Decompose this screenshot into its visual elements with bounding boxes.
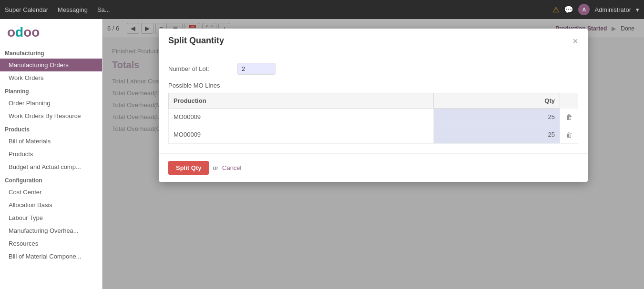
split-quantity-modal: Split Quantity × Number of Lot: Possible… bbox=[159, 29, 588, 182]
modal-overlay: Split Quantity × Number of Lot: Possible… bbox=[102, 19, 644, 289]
qty-cell-2[interactable]: 25 bbox=[434, 126, 560, 143]
qty-cell-1[interactable]: 25 bbox=[434, 109, 560, 126]
chat-icon[interactable]: 💬 bbox=[564, 5, 573, 14]
production-cell-2: MO00009 bbox=[169, 126, 434, 143]
messaging-nav[interactable]: Messaging bbox=[58, 6, 88, 13]
odoo-logo: odoo bbox=[7, 25, 40, 40]
modal-close-button[interactable]: × bbox=[572, 36, 578, 46]
sidebar-item-order-planning[interactable]: Order Planning bbox=[0, 97, 102, 110]
number-of-lot-label: Number of Lot: bbox=[168, 65, 230, 72]
sidebar: odoo Manufacturing Manufacturing Orders … bbox=[0, 19, 102, 289]
modal-title: Split Quantity bbox=[168, 36, 224, 46]
number-of-lot-row: Number of Lot: bbox=[168, 63, 578, 75]
possible-mo-lines-label: Possible MO Lines bbox=[168, 82, 578, 89]
sidebar-item-bill-of-materials[interactable]: Bill of Materials bbox=[0, 135, 102, 148]
table-row: MO00009 25 🗑 bbox=[169, 109, 579, 126]
sidebar-item-budget-actual[interactable]: Budget and Actual comp... bbox=[0, 160, 102, 173]
split-qty-button[interactable]: Split Qty bbox=[168, 161, 209, 175]
sidebar-item-work-orders-by-resource[interactable]: Work Orders By Resource bbox=[0, 110, 102, 122]
sidebar-section-configuration: Configuration bbox=[0, 173, 102, 186]
sidebar-section-manufacturing: Manufacturing bbox=[0, 46, 102, 59]
production-column-header: Production bbox=[169, 93, 434, 109]
logo: odoo bbox=[0, 19, 102, 46]
sidebar-item-products[interactable]: Products bbox=[0, 148, 102, 160]
sidebar-item-labour-type[interactable]: Labour Type bbox=[0, 211, 102, 224]
admin-chevron-icon: ▾ bbox=[636, 6, 639, 13]
production-cell-1: MO00009 bbox=[169, 109, 434, 126]
delete-cell-2: 🗑 bbox=[560, 126, 579, 143]
cancel-button[interactable]: Cancel bbox=[222, 164, 241, 171]
modal-body: Number of Lot: Possible MO Lines Product… bbox=[159, 53, 588, 153]
content-area: 6 / 6 ◀ ▶ ≡ ▣ 📅 ⛶ + Production Started ▶… bbox=[102, 19, 644, 289]
delete-row-1-button[interactable]: 🗑 bbox=[565, 112, 573, 122]
table-row: MO00009 25 🗑 bbox=[169, 126, 579, 143]
number-of-lot-input[interactable] bbox=[237, 63, 276, 75]
sidebar-item-work-orders[interactable]: Work Orders bbox=[0, 71, 102, 84]
alert-icon[interactable]: ⚠ bbox=[552, 5, 559, 14]
modal-header: Split Quantity × bbox=[159, 29, 588, 53]
topbar: Super Calendar Messaging Sa... ⚠ 💬 A Adm… bbox=[0, 0, 644, 19]
mo-lines-table: Production Qty MO00009 25 🗑 bbox=[168, 93, 578, 144]
sidebar-item-manufacturing-overhead[interactable]: Manufacturing Overhea... bbox=[0, 224, 102, 237]
or-label: or bbox=[213, 164, 218, 171]
sidebar-item-cost-center[interactable]: Cost Center bbox=[0, 186, 102, 199]
sidebar-item-manufacturing-orders[interactable]: Manufacturing Orders bbox=[0, 59, 102, 71]
sidebar-section-products: Products bbox=[0, 122, 102, 135]
modal-footer: Split Qty or Cancel bbox=[159, 153, 588, 182]
sidebar-item-bom-components[interactable]: Bill of Material Compone... bbox=[0, 250, 102, 263]
delete-cell-1: 🗑 bbox=[560, 109, 579, 126]
admin-label[interactable]: Administrator bbox=[594, 6, 631, 13]
sales-nav[interactable]: Sa... bbox=[97, 6, 110, 13]
sidebar-item-resources[interactable]: Resources bbox=[0, 237, 102, 250]
delete-row-2-button[interactable]: 🗑 bbox=[565, 130, 573, 140]
qty-column-header: Qty bbox=[434, 93, 560, 109]
user-avatar: A bbox=[578, 4, 590, 15]
sidebar-section-planning: Planning bbox=[0, 84, 102, 97]
sidebar-item-allocation-basis[interactable]: Allocation Basis bbox=[0, 199, 102, 211]
super-calendar-nav[interactable]: Super Calendar bbox=[5, 6, 48, 13]
